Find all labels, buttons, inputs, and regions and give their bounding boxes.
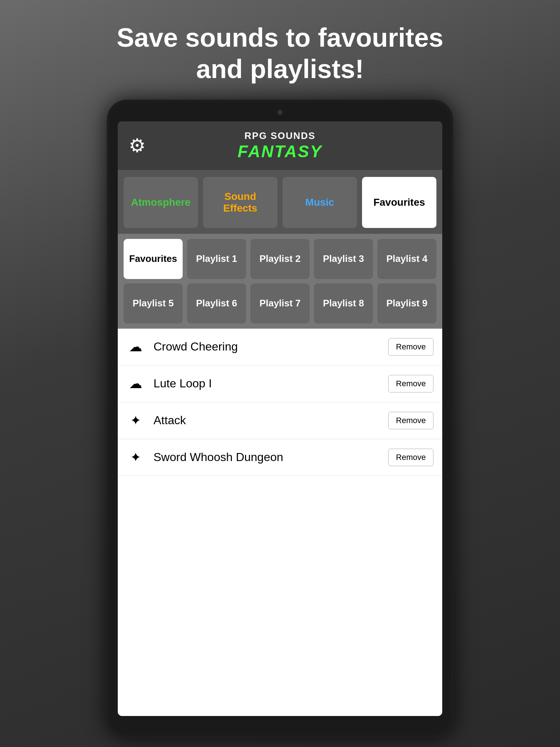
- playlist-btn-4[interactable]: Playlist 4: [377, 239, 436, 279]
- settings-icon[interactable]: ⚙: [129, 135, 146, 156]
- heading-line2: and playlists!: [196, 54, 364, 84]
- playlist-btn-5[interactable]: Playlist 5: [124, 283, 183, 324]
- sound-icon-crown-1: ✦: [127, 413, 145, 428]
- sound-item-lute-loop: ☁ Lute Loop I Remove: [118, 365, 442, 402]
- sound-name-sword-whoosh: Sword Whoosh Dungeon: [153, 450, 388, 464]
- playlist-btn-2[interactable]: Playlist 2: [250, 239, 310, 279]
- sound-list: ☁ Crowd Cheering Remove ☁ Lute Loop I Re…: [118, 329, 442, 716]
- app-header: ⚙ RPG SOUNDS FANTASY: [118, 121, 442, 171]
- playlist-row-2: Playlist 5 Playlist 6 Playlist 7 Playlis…: [124, 283, 436, 324]
- sound-icon-cloud-1: ☁: [127, 339, 145, 355]
- sound-name-crowd-cheering: Crowd Cheering: [153, 340, 388, 353]
- header-title: RPG SOUNDS FANTASY: [238, 130, 322, 161]
- playlist-btn-9[interactable]: Playlist 9: [377, 283, 436, 324]
- remove-button-attack[interactable]: Remove: [388, 412, 433, 429]
- sound-item-crowd-cheering: ☁ Crowd Cheering Remove: [118, 329, 442, 365]
- sound-name-attack: Attack: [153, 414, 388, 427]
- tab-sound-effects[interactable]: Sound Effects: [203, 177, 277, 228]
- playlist-btn-3[interactable]: Playlist 3: [314, 239, 373, 279]
- sound-icon-crown-2: ✦: [127, 450, 145, 465]
- remove-button-sword-whoosh[interactable]: Remove: [388, 449, 433, 466]
- sound-item-sword-whoosh: ✦ Sword Whoosh Dungeon Remove: [118, 439, 442, 476]
- playlist-btn-6[interactable]: Playlist 6: [187, 283, 246, 324]
- remove-button-crowd-cheering[interactable]: Remove: [388, 338, 433, 356]
- app-title-top: RPG SOUNDS: [238, 130, 322, 142]
- app-screen: ⚙ RPG SOUNDS FANTASY Atmosphere Sound Ef…: [118, 121, 442, 716]
- tab-atmosphere[interactable]: Atmosphere: [124, 177, 198, 228]
- tab-music[interactable]: Music: [283, 177, 357, 228]
- tab-favourites[interactable]: Favourites: [362, 177, 436, 228]
- tablet-frame: ⚙ RPG SOUNDS FANTASY Atmosphere Sound Ef…: [107, 100, 453, 738]
- playlist-btn-favourites[interactable]: Favourites: [124, 239, 183, 279]
- playlist-btn-7[interactable]: Playlist 7: [250, 283, 310, 324]
- sound-item-attack: ✦ Attack Remove: [118, 402, 442, 439]
- heading-line1: Save sounds to favourites: [117, 23, 443, 52]
- category-tabs: Atmosphere Sound Effects Music Favourite…: [118, 171, 442, 234]
- playlist-btn-8[interactable]: Playlist 8: [314, 283, 373, 324]
- sound-icon-cloud-2: ☁: [127, 376, 145, 391]
- playlist-row-1: Favourites Playlist 1 Playlist 2 Playlis…: [124, 239, 436, 279]
- top-heading: Save sounds to favourites and playlists!: [0, 0, 560, 100]
- playlist-area: Favourites Playlist 1 Playlist 2 Playlis…: [118, 234, 442, 329]
- remove-button-lute-loop[interactable]: Remove: [388, 375, 433, 392]
- sound-name-lute-loop: Lute Loop I: [153, 377, 388, 390]
- app-title-bottom: FANTASY: [238, 142, 322, 161]
- playlist-btn-1[interactable]: Playlist 1: [187, 239, 246, 279]
